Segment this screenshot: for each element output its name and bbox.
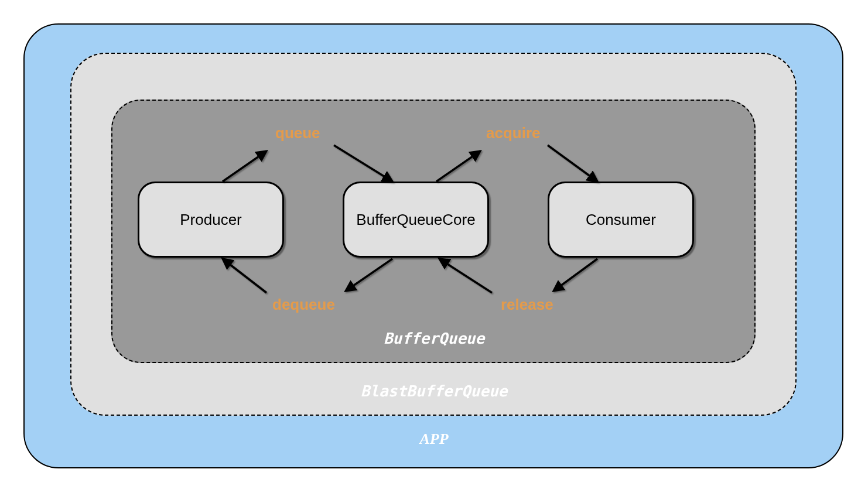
dequeue-label: dequeue bbox=[272, 296, 335, 314]
blast-buffer-queue-layer-label: BlastBufferQueue bbox=[361, 382, 507, 400]
queue-label: queue bbox=[275, 124, 320, 142]
core-node: BufferQueueCore bbox=[343, 182, 489, 258]
app-layer-label: APP bbox=[419, 430, 448, 448]
consumer-label: Consumer bbox=[586, 211, 656, 229]
buffer-queue-layer-label: BufferQueue bbox=[384, 330, 484, 347]
core-label: BufferQueueCore bbox=[356, 211, 475, 229]
producer-node: Producer bbox=[138, 182, 284, 258]
consumer-node: Consumer bbox=[548, 182, 694, 258]
acquire-label: acquire bbox=[486, 124, 541, 142]
release-label: release bbox=[501, 296, 553, 314]
producer-label: Producer bbox=[180, 211, 242, 229]
